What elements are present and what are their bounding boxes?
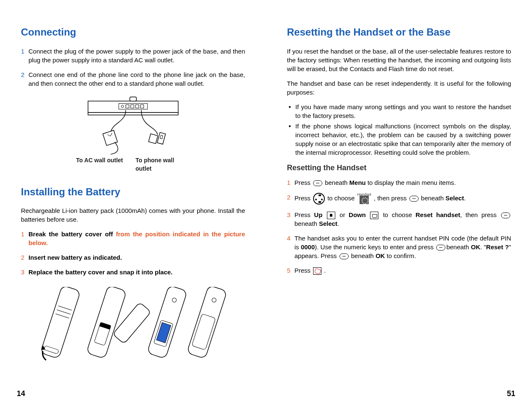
step-number: 1 [21, 47, 24, 56]
step-number: 1 [287, 178, 290, 187]
step-text: Press [295, 211, 314, 218]
select-label: Select [445, 194, 464, 202]
step-text: Press [295, 194, 313, 202]
figure-base-connection: To AC wall outlet To phone wall outlet [21, 94, 245, 173]
step-text: beneath [351, 252, 375, 259]
connecting-step-2: 2 Connect one end of the phone line cord… [28, 70, 245, 88]
step-text: . [324, 267, 326, 274]
step-text: beneath [295, 220, 319, 227]
softkey-icon [339, 253, 349, 259]
step-number: 3 [287, 210, 290, 219]
step-text: beneath [325, 179, 349, 186]
figure-label-phone: To phone wall outlet [136, 156, 190, 173]
reset-handset-steps: 1 Press beneath Menu to display the main… [287, 178, 511, 275]
step-text: to display the main menu items. [368, 179, 456, 186]
step-text: Connect one end of the phone line cord t… [28, 71, 245, 87]
reset-para-1: If you reset the handset or the base, al… [287, 47, 511, 73]
step-text: Replace the battery cover and snap it in… [28, 269, 172, 276]
softkey-icon [501, 212, 510, 218]
nav-wheel-icon [313, 193, 325, 205]
svg-rect-1 [88, 113, 178, 115]
connecting-step-1: 1 Connect the plug of the power supply t… [28, 47, 245, 64]
reset-bullet-1: If you have made many wrong settings and… [296, 102, 511, 120]
hangup-key-icon [313, 267, 321, 275]
heading-connecting: Connecting [21, 25, 245, 39]
menu-label: Menu [350, 179, 366, 186]
ok-label: OK [471, 243, 481, 251]
heading-resetting: Resetting the Handset or the Base [287, 25, 511, 39]
step-number: 2 [21, 70, 24, 79]
subheading-reset-handset: Resetting the Handset [287, 163, 511, 173]
svg-rect-3 [118, 103, 147, 109]
step-text: Insert new battery as indicated. [28, 254, 122, 261]
up-key-icon [327, 212, 335, 219]
base-diagram-icon [79, 94, 188, 155]
select-label: Select [319, 220, 337, 227]
battery-diagram-icon [37, 287, 229, 371]
svg-rect-10 [149, 134, 158, 143]
up-label: Up [314, 211, 322, 218]
reset-bullet-2: If the phone shows logical malfunctions … [296, 122, 511, 157]
battery-step-1: 1 Break the battery cover off from the p… [28, 230, 245, 247]
step-text: beneath [446, 243, 471, 251]
step-text: to choose [383, 211, 416, 218]
step-number: 2 [21, 253, 24, 262]
svg-rect-11 [157, 132, 165, 144]
step-text: to choose [327, 194, 356, 202]
battery-intro: Rechargeable Li-ion battery pack (1000mA… [21, 206, 245, 224]
reset-para-2: The handset and base can be reset indepe… [287, 79, 511, 97]
pin-value: 0000 [301, 243, 315, 251]
page-right: Resetting the Handset or the Base If you… [287, 25, 511, 391]
heading-installing-battery: Installing the Battery [21, 185, 245, 199]
softkey-icon [409, 196, 419, 202]
step-text-bold: Break the battery cover off [28, 230, 116, 238]
step-text: . [337, 220, 339, 227]
figure-label-ac: To AC wall outlet [76, 156, 123, 173]
reset-handset-label: Reset handset [416, 211, 460, 218]
svg-rect-13 [40, 287, 80, 359]
step-text: ). Use the numeric keys to enter and pre… [315, 243, 434, 251]
battery-step-3: 3 Replace the battery cover and snap it … [28, 268, 245, 276]
reset-step-2: 2 Press to choose Handset , then press b… [295, 193, 511, 205]
step-number: 3 [21, 268, 24, 276]
battery-step-2: 2 Insert new battery as indicated. [28, 253, 245, 262]
reset-step-1: 1 Press beneath Menu to display the main… [295, 178, 511, 187]
step-text: or [339, 211, 349, 218]
softkey-icon [436, 245, 445, 251]
down-key-icon [370, 212, 378, 219]
step-text: Connect the plug of the power supply to … [28, 48, 245, 64]
reset-bullets: If you have made many wrong settings and… [287, 102, 511, 157]
reset-step-3: 3 Press Up or Down to choose Reset hands… [295, 210, 511, 228]
step-text: , then press [374, 194, 409, 202]
step-number: 2 [287, 193, 290, 202]
step-number: 5 [287, 266, 290, 275]
reset-prompt: Reset ? [486, 243, 509, 251]
down-label: Down [349, 211, 366, 218]
step-text: , then press [460, 211, 500, 218]
softkey-icon [313, 180, 322, 186]
step-text: . [464, 194, 465, 202]
page-number-left: 14 [17, 389, 25, 399]
step-text: to confirm. [387, 252, 416, 259]
step-number: 4 [287, 234, 290, 243]
step-text: Press [295, 267, 313, 274]
connecting-steps: 1 Connect the plug of the power supply t… [21, 47, 245, 88]
reset-step-5: 5 Press . [295, 266, 511, 275]
handset-menu-icon: Handset [357, 193, 371, 204]
page-left: Connecting 1 Connect the plug of the pow… [21, 25, 245, 391]
battery-steps: 1 Break the battery cover off from the p… [21, 230, 245, 276]
page-number-right: 51 [507, 389, 515, 399]
figure-battery-install [21, 285, 245, 373]
reset-step-4: 4 The handset asks you to enter the curr… [295, 234, 511, 260]
svg-rect-19 [86, 287, 126, 359]
step-text: Press [295, 179, 313, 186]
step-text: . " [480, 243, 486, 251]
ok-label: OK [375, 252, 385, 259]
step-text: beneath [421, 194, 445, 202]
step-number: 1 [21, 230, 24, 238]
svg-rect-2 [130, 97, 136, 101]
